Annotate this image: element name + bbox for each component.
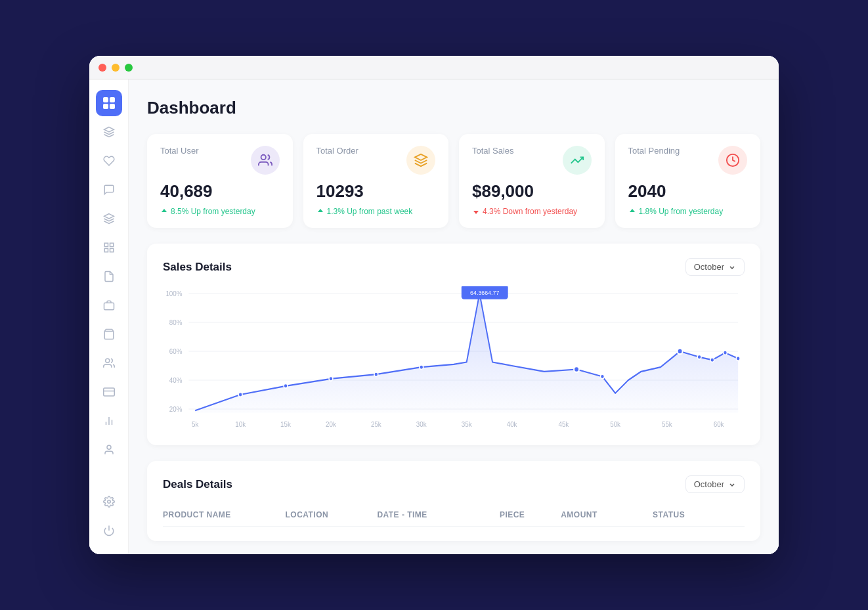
svg-text:60%: 60%: [169, 348, 183, 356]
svg-point-44: [736, 357, 740, 361]
svg-text:10k: 10k: [235, 421, 246, 429]
stat-icon-pending: [718, 146, 747, 175]
minimize-button[interactable]: [112, 64, 119, 72]
app-layout: Dashboard Total User 40,689: [89, 79, 779, 554]
stats-grid: Total User 40,689 8.5% Up from yesterday: [147, 134, 760, 228]
sidebar-item-user[interactable]: [96, 437, 122, 463]
col-amount: Amount: [561, 510, 653, 519]
stat-card-total-user: Total User 40,689 8.5% Up from yesterday: [147, 134, 293, 228]
svg-rect-12: [103, 388, 114, 396]
col-product-name: Product Name: [163, 510, 286, 519]
sales-month-select[interactable]: October: [685, 258, 745, 276]
svg-point-43: [724, 351, 727, 355]
sales-chart-title: Sales Details: [163, 261, 232, 274]
sales-chart-svg: 100% 80% 60% 40% 20%: [163, 286, 745, 431]
svg-point-32: [238, 393, 242, 397]
svg-marker-4: [104, 214, 114, 219]
svg-text:5k: 5k: [192, 421, 199, 429]
stat-value-order: 10293: [316, 181, 436, 202]
stat-card-top: Total User: [160, 146, 280, 175]
deals-title: Deals Details: [163, 478, 232, 491]
deals-table-header: Product Name Location Date - Time Piece …: [163, 504, 745, 527]
svg-text:55k: 55k: [662, 421, 673, 429]
svg-text:50k: 50k: [610, 421, 621, 429]
sidebar-item-card[interactable]: [96, 379, 122, 405]
sales-chart-card: Sales Details October: [147, 244, 760, 445]
col-piece: Piece: [500, 510, 561, 519]
svg-point-40: [678, 349, 683, 355]
svg-rect-6: [110, 243, 113, 246]
stat-icon-sales: [563, 146, 592, 175]
sidebar-item-chat[interactable]: [96, 177, 122, 203]
svg-text:40k: 40k: [507, 421, 518, 429]
stat-card-total-pending: Total Pending 2040 1.8% Up from yesterda…: [615, 134, 761, 228]
svg-point-36: [420, 365, 423, 370]
stat-icon-order: [406, 146, 435, 175]
sidebar-item-heart[interactable]: [96, 148, 122, 174]
main-content: Dashboard Total User 40,689: [129, 79, 779, 554]
svg-point-41: [697, 355, 701, 360]
col-status: Status: [653, 510, 745, 519]
svg-text:25k: 25k: [371, 421, 382, 429]
svg-point-33: [284, 384, 288, 389]
svg-text:64.3664.77: 64.3664.77: [470, 289, 499, 297]
col-location: Location: [286, 510, 378, 519]
svg-text:20%: 20%: [169, 406, 183, 414]
page-title: Dashboard: [147, 98, 760, 118]
sidebar-item-cube[interactable]: [96, 119, 122, 145]
stat-card-top-order: Total Order: [316, 146, 436, 175]
deals-month-select[interactable]: October: [685, 475, 745, 493]
deals-header: Deals Details October: [163, 475, 745, 493]
stat-card-top-sales: Total Sales: [472, 146, 592, 175]
stat-card-top-pending: Total Pending: [628, 146, 748, 175]
close-button[interactable]: [98, 64, 106, 72]
svg-text:60k: 60k: [714, 421, 725, 429]
stat-value-user: 40,689: [160, 181, 280, 202]
stat-change-order: 1.3% Up from past week: [316, 207, 436, 216]
stat-change-sales: 4.3% Down from yesterday: [472, 207, 592, 216]
svg-rect-8: [104, 249, 108, 252]
svg-rect-1: [110, 97, 115, 102]
sidebar-item-bag[interactable]: [96, 321, 122, 347]
stat-change-user: 8.5% Up from yesterday: [160, 207, 280, 216]
sidebar-item-users[interactable]: [96, 350, 122, 376]
sidebar-item-layers[interactable]: [96, 206, 122, 232]
svg-rect-9: [104, 303, 114, 310]
svg-point-11: [105, 359, 109, 362]
svg-point-17: [107, 445, 111, 449]
titlebar: [89, 56, 779, 79]
svg-text:100%: 100%: [165, 290, 182, 298]
svg-point-38: [574, 366, 579, 372]
sidebar-item-briefcase[interactable]: [96, 292, 122, 318]
svg-rect-3: [110, 104, 115, 109]
stat-label-order: Total Order: [316, 146, 358, 156]
chart-header: Sales Details October: [163, 258, 745, 276]
svg-point-39: [600, 374, 604, 379]
svg-rect-2: [103, 104, 108, 109]
sidebar-item-settings[interactable]: [96, 489, 122, 515]
deals-card: Deals Details October Product Name Locat…: [147, 461, 760, 541]
sales-chart-area: 100% 80% 60% 40% 20%: [163, 286, 745, 431]
stat-change-pending: 1.8% Up from yesterday: [628, 207, 748, 216]
svg-rect-7: [110, 249, 113, 252]
svg-rect-0: [103, 97, 108, 102]
svg-point-35: [374, 372, 378, 377]
sidebar-item-chart[interactable]: [96, 408, 122, 434]
sidebar-item-document[interactable]: [96, 263, 122, 290]
maximize-button[interactable]: [125, 64, 133, 72]
svg-text:40%: 40%: [169, 377, 183, 385]
stat-card-total-sales: Total Sales $89,000 4.3% Down from yeste…: [459, 134, 605, 228]
svg-text:30k: 30k: [416, 421, 427, 429]
stat-value-sales: $89,000: [472, 181, 592, 202]
svg-text:35k: 35k: [462, 421, 473, 429]
sidebar-item-power[interactable]: [96, 517, 122, 544]
sidebar: [89, 79, 129, 554]
sidebar-bottom: [96, 489, 122, 544]
stat-label-user: Total User: [160, 146, 199, 156]
stat-icon-user: [251, 146, 280, 175]
sidebar-item-dashboard[interactable]: [96, 90, 122, 116]
app-window: Dashboard Total User 40,689: [89, 56, 779, 554]
sidebar-item-grid[interactable]: [96, 234, 122, 261]
col-date-time: Date - Time: [377, 510, 500, 519]
svg-point-20: [261, 155, 265, 160]
